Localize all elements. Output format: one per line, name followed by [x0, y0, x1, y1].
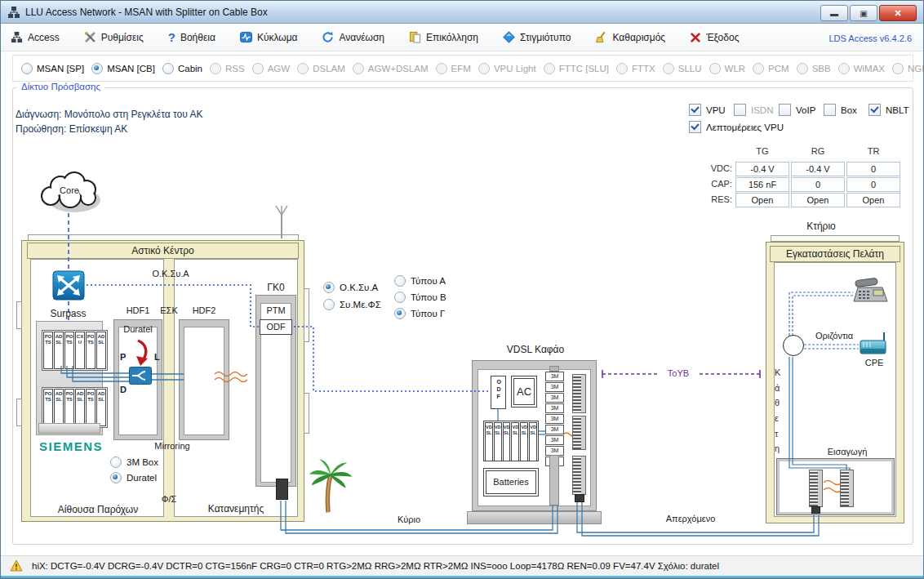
- help-icon: ?: [168, 32, 175, 43]
- service-checkbox[interactable]: VoIP: [779, 104, 824, 116]
- network-type-option[interactable]: WiMAX: [838, 63, 885, 74]
- vpu-details-checkbox[interactable]: Λεπτομέρειες VPU: [689, 121, 784, 133]
- column-header-rg: RG: [791, 146, 845, 156]
- box-type-option[interactable]: 3M Box: [110, 457, 158, 468]
- close-button[interactable]: ✕: [879, 5, 917, 21]
- checkbox-icon: [734, 104, 746, 116]
- status-bar: hiX: DCTG=-0.4V DCRG=-0.4V DCTR=0 CTG=15…: [1, 555, 923, 576]
- network-type-label: PCM: [768, 64, 789, 73]
- cabinet-type-option[interactable]: Τύπου Β: [394, 292, 446, 303]
- toolbar-circuit[interactable]: Κύκλωμα: [240, 31, 298, 43]
- rack-base: [38, 423, 100, 434]
- network-type-label: WiMAX: [854, 64, 885, 73]
- main-cable-label: Κύριο: [384, 514, 433, 524]
- box-type-option[interactable]: Duratel: [110, 472, 158, 483]
- esk-label: ΕΣΚ: [157, 305, 181, 315]
- toolbar-label: Επικόλληση: [426, 32, 478, 43]
- network-type-label: MSAN [SP]: [37, 64, 84, 73]
- service-checkbox[interactable]: VPU: [689, 104, 734, 116]
- radio-icon: [323, 299, 335, 310]
- mdf-room-label: Κατανεμητής: [197, 503, 275, 514]
- network-type-label: NGIN: [908, 64, 924, 73]
- toolbar-snapshot[interactable]: Στιγμιότυπο: [503, 31, 571, 43]
- forwarding-text: Προώθηση: Επίσκεψη ΑΚ: [16, 123, 127, 135]
- service-checkbox[interactable]: ISDN: [734, 104, 779, 116]
- service-label: VPU: [706, 105, 726, 115]
- refresh-icon: [322, 31, 334, 43]
- ac-box: AC: [511, 376, 537, 408]
- service-label: VoIP: [796, 105, 815, 115]
- service-checkbox[interactable]: NBLT: [868, 104, 913, 116]
- m3-splitter-box: 3M: [545, 382, 564, 392]
- terminal-strip: [572, 416, 586, 450]
- radio-icon: [394, 275, 406, 287]
- box-type-label: 3M Box: [127, 457, 158, 467]
- warning-icon: [9, 559, 24, 572]
- toolbar-label: Ρυθμίσεις: [101, 32, 144, 43]
- cell-res-rg: Open: [791, 193, 845, 207]
- network-type-option[interactable]: NGIN: [892, 63, 924, 74]
- toolbar-access[interactable]: Access: [11, 31, 60, 43]
- row-label-vdc: VDC:: [696, 163, 732, 173]
- palm-tree: [308, 447, 353, 522]
- network-type-option[interactable]: PCM: [753, 63, 789, 74]
- cell-vdc-tr: 0: [846, 162, 900, 176]
- network-type-option[interactable]: FTTC [SLU]: [544, 63, 609, 74]
- radio-icon: [544, 63, 555, 74]
- sitemap-icon: [11, 31, 23, 43]
- toolbar-paste[interactable]: Επικόλληση: [409, 31, 478, 43]
- fiber-route-options: Ο.Κ.Συ.Α Συ.Με.ΦΣ: [323, 282, 381, 310]
- network-type-option[interactable]: WLR: [709, 63, 746, 74]
- entry-terminal-strip: [840, 470, 854, 507]
- cabinet-type-option[interactable]: Τύπου Γ: [394, 308, 446, 319]
- toolbar-settings[interactable]: Ρυθμίσεις: [84, 31, 144, 43]
- gk0-cable-connector: [276, 479, 288, 500]
- network-type-option[interactable]: DSLAM: [297, 63, 345, 74]
- toolbar-refresh[interactable]: Ανανέωση: [322, 31, 384, 43]
- minimize-button[interactable]: ▬: [820, 5, 848, 21]
- network-type-option[interactable]: Cabin: [162, 63, 202, 74]
- fiber-route-option[interactable]: Ο.Κ.Συ.Α: [323, 282, 381, 293]
- toolbar-exit[interactable]: Έξοδος: [690, 32, 739, 43]
- toyb-label: ToYB: [659, 368, 698, 378]
- network-type-option[interactable]: AGW+DSLAM: [353, 63, 429, 74]
- checkbox-icon: [868, 104, 881, 116]
- network-type-option[interactable]: EFM: [436, 63, 471, 74]
- diagnosis-text: Διάγνωση: Μονόπολο στη Ρεγκλέτα του ΑΚ: [16, 109, 202, 120]
- status-text: hiX: DCTG=-0.4V DCRG=-0.4V DCTR=0 CTG=15…: [32, 561, 719, 571]
- line-card: POTS: [64, 332, 74, 369]
- checkbox-icon: [689, 104, 701, 116]
- toolbar-clean[interactable]: Καθαρισμός: [595, 31, 665, 43]
- wall-tab: [304, 288, 309, 342]
- cell-vdc-tg: -0.4 V: [735, 162, 789, 176]
- service-checkboxes: VPU ISDN VoIP Box NBLT: [689, 104, 913, 116]
- window-frame-bottom: [1, 576, 923, 579]
- network-type-option[interactable]: SBB: [797, 63, 831, 74]
- network-type-option[interactable]: RSS: [210, 63, 245, 74]
- network-type-option[interactable]: MSAN [CB]: [91, 63, 155, 74]
- network-type-option[interactable]: MSAN [SP]: [21, 63, 84, 74]
- batteries-box: Batteries: [483, 468, 539, 497]
- fiber-route-option[interactable]: Συ.Με.ΦΣ: [323, 299, 381, 310]
- app-window: LLU Access Network - MSAN with Splitter …: [0, 0, 924, 579]
- network-type-option[interactable]: SLLU: [663, 63, 702, 74]
- network-type-label: FTTC [SLU]: [559, 64, 609, 73]
- toolbar-help[interactable]: ? Βοήθεια: [168, 32, 215, 43]
- tools-icon: [84, 31, 96, 43]
- entry-box: [776, 458, 895, 515]
- box-type-options: 3M Box Duratel: [110, 457, 158, 483]
- network-type-option[interactable]: AGW: [252, 63, 290, 74]
- service-checkbox[interactable]: Box: [824, 104, 868, 116]
- network-type-label: SBB: [812, 64, 831, 73]
- toolbar-label: Ανανέωση: [339, 32, 384, 43]
- network-type-option[interactable]: FTTX: [616, 63, 655, 74]
- rack-card-row-bottom: POTSADSLPOTSADSLPOTSADSL: [42, 387, 108, 428]
- network-type-option[interactable]: VPU Light: [478, 63, 536, 74]
- radio-icon: [297, 63, 309, 74]
- maximize-button[interactable]: ▣: [850, 5, 877, 21]
- fiber-route-label: Ο.Κ.Συ.Α: [340, 283, 378, 292]
- cabinet-type-option[interactable]: Τύπου Α: [394, 275, 446, 287]
- m3-splitter-box: 3M: [545, 372, 564, 381]
- line-card: ADSL: [96, 389, 106, 426]
- service-label: ISDN: [751, 105, 773, 115]
